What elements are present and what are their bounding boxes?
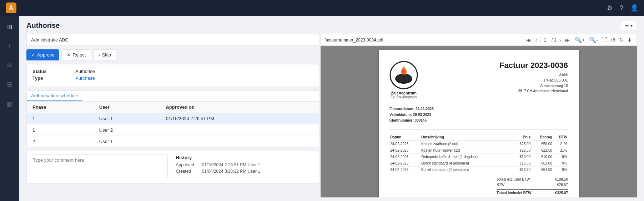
cell-approved-on: 01/16/2024 2:26:51 PM: [160, 113, 319, 124]
company-logo-svg: [389, 61, 418, 89]
schedule-table: Phase User Approved on 1 User 1 01/16/20…: [27, 102, 319, 147]
invoice-to-city: 3817 CH Amersfoort Nederland: [499, 88, 568, 94]
cell-datum: 24-02-2023: [389, 154, 421, 160]
user-icon[interactable]: 👤: [630, 4, 638, 12]
history-action: Created: [176, 169, 199, 174]
panels: Administratie ABC ✓ Approve ✕ Reject › S…: [19, 34, 644, 201]
cell-user: User 1: [94, 136, 160, 147]
right-panel: factuurnummer_2023-0034.pdf ⏮ ‹ / 1 › ⏭ …: [321, 34, 637, 197]
skip-button[interactable]: › Skip: [93, 49, 116, 60]
cell-bedrag: €54.00: [531, 167, 553, 173]
history-action: Approved: [176, 162, 199, 167]
comment-input[interactable]: [30, 154, 168, 179]
sidebar-icon-list[interactable]: ☰: [3, 78, 16, 92]
pdf-rotate-right-btn[interactable]: ↻: [618, 36, 625, 44]
comment-box: [27, 151, 171, 183]
pdf-last-page-btn[interactable]: ⏭: [564, 36, 572, 44]
help-icon[interactable]: ?: [620, 4, 623, 12]
auth-schedule-tab[interactable]: Authorisation schedule: [27, 91, 82, 101]
pdf-zoom-in-btn[interactable]: 🔍+: [574, 36, 586, 44]
history-row: Approved 01/16/2024 2:26:51 PM User 1: [176, 162, 314, 167]
cell-prijs: €13.50: [512, 167, 532, 173]
totaal-ex-row: Totaal exclusief BTW €198.50: [497, 177, 568, 182]
sidebar-icon-archive[interactable]: ▦: [3, 97, 16, 111]
cell-bedrag: €50.00: [531, 141, 553, 147]
invoice-table-row: 24-02-2023 Kosten zaalhuur (2 uur) €25.0…: [389, 141, 568, 147]
action-buttons: ✓ Approve ✕ Reject › Skip: [26, 46, 319, 64]
col-btw: BTW: [553, 134, 568, 141]
invoice-to-name: TriFact365 B.V.: [499, 78, 568, 83]
type-value[interactable]: Purchase: [75, 75, 95, 81]
status-value: Authorise: [75, 69, 95, 74]
status-box: Status Authorise Type Purchase: [26, 64, 319, 87]
menu-button[interactable]: ☰ ▾: [621, 21, 637, 30]
cell-omschrijving: Lunch standaard (4 personen): [421, 160, 512, 167]
pdf-nav: ⏮ ‹ / 1 › ⏭: [525, 36, 572, 44]
cell-bedrag: €10.00: [531, 154, 553, 160]
cell-btw: 9%: [553, 154, 568, 160]
sidebar-icon-dashboard[interactable]: ⊞: [3, 20, 16, 34]
cell-user: User 2: [94, 124, 160, 136]
pdf-filename: factuurnummer_2023-0034.pdf: [324, 38, 523, 43]
pdf-page-input[interactable]: [540, 37, 550, 43]
sidebar-icon-mail[interactable]: ✉: [3, 59, 16, 72]
cell-omschrijving: Kosten zaalhuur (2 uur): [421, 141, 512, 147]
cell-user: User 1: [94, 113, 160, 124]
cell-datum: 24-02-2023: [389, 147, 421, 154]
history-row: Created 01/04/2024 3:28:12 PM User 1: [176, 169, 314, 174]
pdf-rotate-left-btn[interactable]: ↺: [610, 36, 617, 44]
cell-prijs: €25.00: [512, 141, 532, 147]
pdf-toolbar: factuurnummer_2023-0034.pdf ⏮ ‹ / 1 › ⏭ …: [321, 34, 637, 46]
invoice-table-row: 24-02-2023 Lunch standaard (4 personen) …: [389, 160, 568, 167]
invoice-header: Zalencentrum De Bowlingbaan Factuur 2023…: [389, 61, 568, 99]
col-approved-on: Approved on: [160, 102, 319, 113]
cell-prijs: €22.50: [512, 147, 532, 154]
pdf-prev-page-btn[interactable]: ‹: [534, 36, 539, 44]
table-row: 1 User 1 01/16/2024 2:26:51 PM: [27, 113, 319, 124]
history-details: 01/04/2024 3:28:12 PM User 1: [202, 169, 260, 174]
pdf-next-page-btn[interactable]: ›: [558, 36, 563, 44]
approve-button[interactable]: ✓ Approve: [26, 49, 59, 60]
reject-button[interactable]: ✕ Reject: [61, 49, 91, 60]
svg-point-2: [396, 74, 412, 82]
cell-phase: 1: [27, 124, 94, 136]
top-nav-icons: ⚙ ? 👤: [607, 4, 638, 12]
pdf-content: Zalencentrum De Bowlingbaan Factuur 2023…: [321, 46, 637, 197]
pdf-fit-btn[interactable]: ⛶: [600, 36, 608, 44]
cell-bedrag: €62.00: [531, 160, 553, 167]
type-row: Type Purchase: [32, 75, 313, 81]
checkmark-icon: ✓: [31, 52, 35, 58]
company-sub: De Bowlingbaan: [391, 95, 417, 99]
table-header-row: Phase User Approved on: [27, 102, 319, 113]
left-panel: Administratie ABC ✓ Approve ✕ Reject › S…: [26, 34, 319, 197]
x-icon: ✕: [67, 52, 71, 58]
sidebar-icon-add[interactable]: +: [3, 39, 16, 53]
logo-container: Zalencentrum De Bowlingbaan: [389, 61, 418, 99]
cell-btw: 9%: [553, 167, 568, 173]
status-row: Status Authorise: [32, 69, 313, 74]
col-omschrijving: Omschrijving: [421, 134, 512, 141]
settings-icon[interactable]: ⚙: [607, 4, 613, 12]
company-name: Zalencentrum: [391, 91, 417, 95]
main-layout: ⊞ + ✉ ☰ ▦ Authorise ☰ ▾ Administratie AB…: [0, 16, 644, 201]
top-nav: A ⚙ ? 👤: [0, 0, 644, 16]
invoice-divider: [389, 129, 568, 129]
pdf-page-sep: /: [552, 38, 553, 43]
cell-omschrijving: Onbeperkt koffie & thee (1 dagdeel): [421, 154, 512, 160]
page-title: Authorise: [26, 21, 60, 30]
cell-btw: 9%: [553, 160, 568, 167]
status-label: Status: [32, 69, 75, 74]
cell-phase: 1: [27, 113, 94, 124]
pdf-download-btn[interactable]: ⬇: [626, 36, 633, 44]
invoice-table-row: 24-02-2023 Onbeperkt koffie & thee (1 da…: [389, 154, 568, 160]
cell-phase: 2: [27, 136, 94, 147]
cell-datum: 24-02-2023: [389, 167, 421, 173]
table-row: 2 User 1: [27, 136, 319, 147]
cell-datum: 24-02-2023: [389, 160, 421, 167]
pdf-first-page-btn[interactable]: ⏮: [525, 36, 533, 44]
header-actions: ☰ ▾: [621, 21, 637, 30]
type-label: Type: [32, 75, 75, 81]
pdf-zoom-out-btn[interactable]: 🔍-: [588, 36, 599, 44]
sidebar: ⊞ + ✉ ☰ ▦: [0, 16, 19, 201]
cell-prijs: €15.50: [512, 160, 532, 167]
